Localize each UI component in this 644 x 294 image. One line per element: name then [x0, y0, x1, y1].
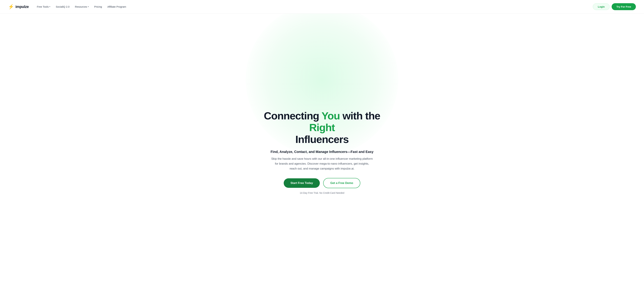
- hero-content: Connecting You with the Right Influencer…: [252, 110, 392, 194]
- hero-heading-highlight2: Right: [309, 122, 335, 133]
- hero-buttons: Start Free Today Get a Free Demo: [252, 178, 392, 188]
- login-button[interactable]: Login: [593, 3, 610, 10]
- hero-description: Skip the hassle and save hours with our …: [271, 156, 373, 171]
- logo-text: impulze: [16, 4, 29, 9]
- logo-icon: ⚡: [8, 4, 14, 9]
- nav-item-affiliate[interactable]: Affiliate Program: [106, 4, 128, 9]
- nav-item-socialiq[interactable]: SocialiQ 2.0: [54, 4, 72, 9]
- nav-link-free-tools[interactable]: Free Tools ▾: [35, 4, 52, 9]
- nav-link-socialiq[interactable]: SocialiQ 2.0: [54, 4, 72, 9]
- hero-heading: Connecting You with the Right Influencer…: [252, 110, 392, 145]
- navbar: ⚡ impulze Free Tools ▾ SocialiQ 2.0 Reso…: [0, 0, 644, 13]
- chevron-down-icon: ▾: [49, 5, 50, 8]
- hero-section: Connecting You with the Right Influencer…: [0, 13, 644, 294]
- chevron-down-icon: ▾: [88, 5, 89, 8]
- start-free-today-button[interactable]: Start Free Today: [284, 178, 320, 188]
- navbar-right: Login Try For Free: [593, 3, 636, 10]
- hero-heading-highlight1: You: [322, 110, 340, 122]
- nav-links: Free Tools ▾ SocialiQ 2.0 Resources ▾ Pr…: [35, 4, 128, 9]
- hero-heading-part2: with the: [340, 110, 380, 122]
- get-free-demo-button[interactable]: Get a Free Demo: [323, 178, 360, 188]
- nav-item-free-tools[interactable]: Free Tools ▾: [35, 4, 52, 9]
- hero-subheading: Find, Analyze, Contact, and Manage Influ…: [252, 150, 392, 154]
- nav-item-pricing[interactable]: Pricing: [92, 4, 104, 9]
- nav-link-pricing[interactable]: Pricing: [92, 4, 104, 9]
- hero-heading-part1: Connecting: [264, 110, 322, 122]
- nav-link-affiliate[interactable]: Affiliate Program: [106, 4, 128, 9]
- nav-link-resources[interactable]: Resources ▾: [73, 4, 91, 9]
- navbar-left: ⚡ impulze Free Tools ▾ SocialiQ 2.0 Reso…: [8, 4, 128, 9]
- hero-heading-part3: Influencers: [296, 133, 348, 145]
- try-for-free-button[interactable]: Try For Free: [612, 3, 636, 10]
- logo[interactable]: ⚡ impulze: [8, 4, 29, 9]
- hero-trial-note: 14-Day Free Trial. No Credit-Card Needed: [252, 192, 392, 194]
- nav-item-resources[interactable]: Resources ▾: [73, 4, 91, 9]
